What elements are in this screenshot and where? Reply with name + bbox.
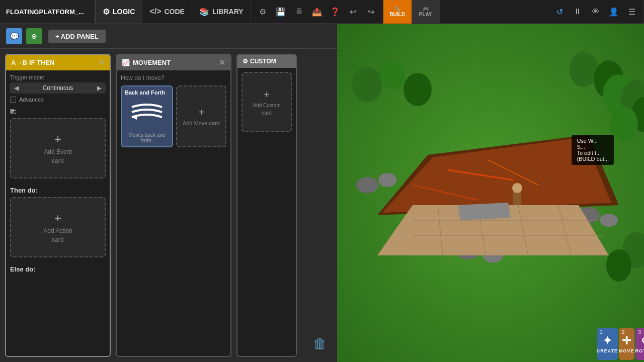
- right-panel: Use W... S... To edit t... (BUILD but...…: [337, 24, 644, 362]
- tool-num-2: 3: [638, 329, 641, 335]
- scene-svg: [337, 24, 644, 362]
- tool-num-1: 2: [622, 329, 625, 335]
- ifthen-card: A→B IF THEN ✕ Trigger mode: ◀ Continuous…: [5, 54, 111, 357]
- ab-icon: A→B: [11, 59, 27, 66]
- plus-icon-action: +: [54, 211, 61, 225]
- arrow-right-icon[interactable]: ▶: [97, 84, 102, 92]
- svg-marker-25: [458, 203, 511, 220]
- svg-point-27: [512, 183, 522, 193]
- advanced-checkbox[interactable]: [10, 97, 16, 103]
- movement-animation-icon: [125, 98, 169, 130]
- tool-label-move: MOVE: [619, 348, 634, 353]
- movement-cards-row: Back and Forth Moves back and forth.: [121, 85, 226, 147]
- svg-point-32: [606, 249, 631, 282]
- code-icon: </>: [149, 7, 161, 16]
- logic-btn[interactable]: ⚙ LOGIC: [96, 0, 142, 23]
- undo-icon[interactable]: ↩: [346, 4, 361, 19]
- then-label: Then do:: [10, 187, 106, 194]
- tool-icon-move: ✛: [622, 334, 631, 347]
- pause-icon[interactable]: ⏸: [570, 4, 585, 19]
- cards-area: A→B IF THEN ✕ Trigger mode: ◀ Continuous…: [0, 49, 337, 362]
- plus-icon-custom: +: [264, 89, 270, 101]
- add-custom-card-button[interactable]: + Add Custom card: [242, 72, 292, 132]
- card-desc: Moves back and forth.: [125, 132, 169, 143]
- add-move-card-button[interactable]: + Add Move card: [176, 85, 226, 147]
- custom-body: + Add Custom card: [237, 68, 296, 136]
- tooltip-box: Use W... S... To edit t... (BUILD but...: [572, 135, 614, 165]
- library-btn[interactable]: 📚 LIBRARY: [192, 0, 251, 23]
- movement-close-button[interactable]: ✕: [219, 58, 225, 67]
- ifthen-header: A→B IF THEN ✕: [6, 55, 110, 70]
- tool-icon-create: ✦: [603, 334, 612, 347]
- trend-icon: 📈: [122, 59, 130, 66]
- settings-group: ⚙ 💾 🖥 📤 ❓ ↩ ↪: [251, 0, 383, 23]
- build-icon: 🔧: [394, 6, 400, 12]
- add-panel-button[interactable]: + ADD PANEL: [48, 30, 106, 43]
- svg-point-30: [610, 107, 638, 143]
- if-label: If:: [10, 108, 106, 115]
- advanced-row: Advanced: [10, 97, 106, 103]
- topbar: FLOATINGPLATFORM_... ⚙ LOGIC </> CODE 📚 …: [0, 0, 644, 24]
- movement-question: How do I move?: [121, 74, 226, 81]
- tool-label-rotate: ROTATE: [635, 348, 645, 353]
- tool-rotate-button[interactable]: 3 ↺ ROTATE: [635, 328, 645, 360]
- else-label: Else do:: [10, 265, 106, 273]
- svg-point-3: [404, 73, 432, 106]
- svg-point-8: [378, 173, 396, 187]
- view-controls: ↺ ⏸ 👁 👤 ☰: [548, 0, 644, 23]
- left-panel: 💬 ⊕ + ADD PANEL A→B IF THEN ✕ Trigger mo…: [0, 24, 337, 362]
- chat-icon[interactable]: 💬: [6, 28, 22, 44]
- trigger-label: Trigger mode:: [10, 74, 106, 80]
- play-button[interactable]: 🎮 PLAY: [412, 0, 440, 24]
- svg-point-12: [600, 214, 618, 227]
- svg-point-4: [570, 52, 598, 87]
- settings-icon[interactable]: ⚙: [255, 4, 270, 19]
- custom-header: ⚙ CUSTOM: [237, 55, 296, 68]
- user-icon[interactable]: 👤: [606, 4, 621, 19]
- svg-point-7: [356, 177, 378, 193]
- movement-header: 📈 MOVEMENT ✕: [117, 55, 230, 70]
- trigger-select[interactable]: ◀ Continuous ▶: [10, 82, 106, 94]
- svg-point-2: [380, 59, 405, 89]
- window-icon[interactable]: 🖥: [291, 4, 306, 19]
- eye-icon[interactable]: 👁: [588, 4, 603, 19]
- plus-icon: +: [54, 132, 61, 146]
- tool-create-button[interactable]: 1 ✦ CREATE: [597, 328, 618, 360]
- tool-num-0: 1: [600, 329, 603, 335]
- ifthen-close-button[interactable]: ✕: [98, 58, 105, 67]
- camera-icon[interactable]: ⊕: [26, 28, 42, 44]
- refresh-icon[interactable]: ↺: [552, 4, 567, 19]
- movement-title: 📈 MOVEMENT: [122, 59, 171, 66]
- movement-body: How do I move? Back and Forth: [117, 70, 230, 151]
- library-icon: 📚: [199, 7, 209, 17]
- logic-icon: ⚙: [103, 7, 110, 17]
- tool-icon-rotate: ↺: [641, 334, 644, 347]
- help-icon[interactable]: ❓: [328, 4, 343, 19]
- menu-icon[interactable]: ☰: [624, 4, 639, 19]
- card-title: Back and Forth: [125, 89, 169, 96]
- svg-point-1: [352, 67, 382, 102]
- tool-label-create: CREATE: [597, 348, 618, 353]
- custom-title: ⚙ CUSTOM: [243, 58, 276, 65]
- redo-icon[interactable]: ↪: [364, 4, 379, 19]
- movement-card: 📈 MOVEMENT ✕ How do I move? Back and For…: [116, 54, 231, 357]
- build-button[interactable]: 🔧 BUILD: [383, 0, 412, 24]
- app-title: FLOATINGPLATFORM_...: [0, 0, 96, 23]
- gear-icon: ⚙: [243, 58, 248, 65]
- upload-icon[interactable]: 📤: [309, 4, 325, 19]
- save-icon[interactable]: 💾: [273, 4, 288, 19]
- play-icon: 🎮: [423, 6, 429, 12]
- code-btn[interactable]: </> CODE: [142, 0, 192, 23]
- plus-icon-move: +: [198, 107, 204, 118]
- tool-move-button[interactable]: 2 ✛ MOVE: [619, 328, 634, 360]
- sub-topbar: 💬 ⊕ + ADD PANEL: [0, 24, 337, 49]
- trash-icon[interactable]: 🗑: [313, 335, 327, 352]
- main-area: 💬 ⊕ + ADD PANEL A→B IF THEN ✕ Trigger mo…: [0, 24, 644, 362]
- add-action-card-button[interactable]: + Add Action card: [10, 197, 106, 257]
- ifthen-title: A→B IF THEN: [11, 59, 54, 66]
- ifthen-body: Trigger mode: ◀ Continuous ▶ Advanced If…: [6, 70, 110, 280]
- custom-card: ⚙ CUSTOM + Add Custom card: [236, 54, 297, 357]
- arrow-left-icon[interactable]: ◀: [14, 84, 19, 92]
- add-event-card-button[interactable]: + Add Event card: [10, 118, 106, 178]
- back-and-forth-card[interactable]: Back and Forth Moves back and forth.: [121, 85, 173, 147]
